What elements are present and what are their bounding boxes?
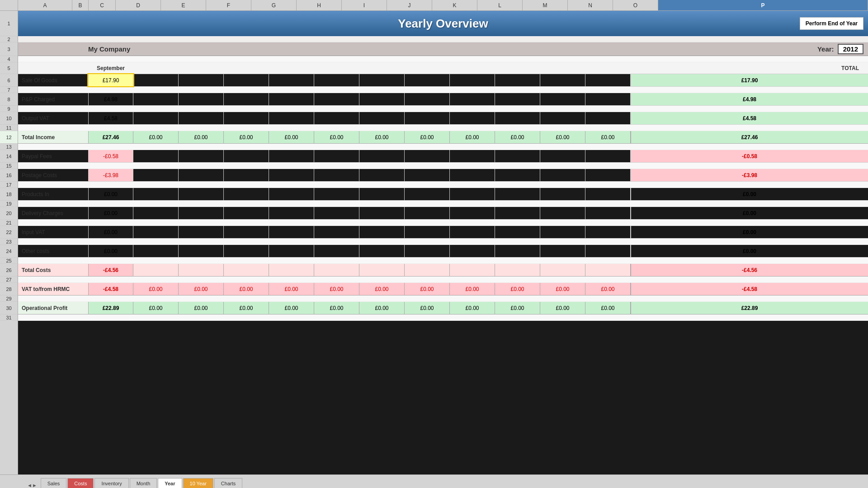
col-m[interactable]: M — [523, 0, 568, 10]
op-profit-h[interactable]: £0.00 — [269, 302, 314, 314]
total-costs-label: Total Costs — [18, 267, 88, 273]
vat-hrmc-o[interactable]: £0.00 — [585, 283, 631, 295]
sale-of-goods-j[interactable] — [359, 74, 405, 86]
vat-hrmc-sep[interactable]: -£4.58 — [88, 283, 133, 295]
prev-sheet-btn[interactable]: ◄ — [27, 483, 32, 488]
col-l[interactable]: L — [477, 0, 523, 10]
total-income-o[interactable]: £0.00 — [585, 131, 631, 143]
postage-costs-sep[interactable]: -£3.98 — [88, 169, 133, 181]
col-c[interactable]: C — [89, 0, 116, 10]
op-profit-e[interactable]: £0.00 — [133, 302, 179, 314]
col-o[interactable]: O — [613, 0, 658, 10]
products-in-sep[interactable]: £0.00 — [88, 188, 133, 200]
sale-of-goods-e[interactable] — [133, 74, 179, 86]
total-income-n[interactable]: £0.00 — [540, 131, 585, 143]
row-num-3: 3 — [0, 42, 18, 56]
op-profit-sep[interactable]: £22.89 — [88, 302, 133, 314]
col-e[interactable]: E — [161, 0, 206, 10]
paypal-fees-sep[interactable]: -£0.58 — [88, 150, 133, 162]
vat-hrmc-n[interactable]: £0.00 — [540, 283, 585, 295]
page-title: Yearly Overview — [398, 17, 488, 31]
total-income-e[interactable]: £0.00 — [133, 131, 179, 143]
row-num-1: 1 — [0, 11, 18, 36]
total-income-f[interactable]: £0.00 — [179, 131, 224, 143]
sale-of-goods-o[interactable] — [585, 74, 631, 86]
input-vat-sep[interactable]: £0.00 — [88, 226, 133, 238]
total-income-sep[interactable]: £27.46 — [88, 131, 133, 143]
sale-of-goods-f[interactable] — [179, 74, 224, 86]
vat-hrmc-e[interactable]: £0.00 — [133, 283, 179, 295]
col-h[interactable]: H — [297, 0, 342, 10]
header-banner-row: Yearly Overview Perform End of Year — [18, 11, 868, 36]
total-income-j[interactable]: £0.00 — [359, 131, 405, 143]
spacer-row-31 — [18, 314, 868, 321]
total-income-g[interactable]: £0.00 — [224, 131, 269, 143]
pnp-charged-sep-cell[interactable]: £4.98 — [88, 93, 133, 105]
op-profit-n[interactable]: £0.00 — [540, 302, 585, 314]
sale-of-goods-k[interactable] — [405, 74, 450, 86]
row-num-14: 14 — [0, 150, 18, 163]
input-vat-row: Input VAT £0.00 £0.00 — [18, 226, 868, 239]
tab-month[interactable]: Month — [130, 478, 157, 488]
col-g[interactable]: G — [251, 0, 297, 10]
total-income-k[interactable]: £0.00 — [405, 131, 450, 143]
spacer-row-2 — [18, 36, 868, 42]
op-profit-g[interactable]: £0.00 — [224, 302, 269, 314]
delivery-charges-total: £0.00 — [631, 207, 868, 219]
total-income-h[interactable]: £0.00 — [269, 131, 314, 143]
col-a[interactable]: A — [18, 0, 72, 10]
pnp-charged-row: P&P Charged £4.98 £4.98 — [18, 93, 868, 106]
vat-hrmc-i[interactable]: £0.00 — [314, 283, 359, 295]
op-profit-j[interactable]: £0.00 — [359, 302, 405, 314]
vat-hrmc-l[interactable]: £0.00 — [450, 283, 495, 295]
vat-hrmc-g[interactable]: £0.00 — [224, 283, 269, 295]
op-profit-f[interactable]: £0.00 — [179, 302, 224, 314]
sale-of-goods-g[interactable] — [224, 74, 269, 86]
vat-hrmc-m[interactable]: £0.00 — [495, 283, 540, 295]
tab-year[interactable]: Year — [158, 478, 182, 488]
sale-of-goods-m[interactable] — [495, 74, 540, 86]
col-i[interactable]: I — [342, 0, 387, 10]
op-profit-m[interactable]: £0.00 — [495, 302, 540, 314]
col-d[interactable]: D — [116, 0, 161, 10]
output-vat-sep-cell[interactable]: £4.58 — [88, 112, 133, 124]
tab-10year[interactable]: 10 Year — [183, 478, 213, 488]
total-income-l[interactable]: £0.00 — [450, 131, 495, 143]
total-income-m[interactable]: £0.00 — [495, 131, 540, 143]
sale-of-goods-n[interactable] — [540, 74, 585, 86]
col-n[interactable]: N — [568, 0, 613, 10]
tab-costs[interactable]: Costs — [67, 478, 94, 488]
tab-charts[interactable]: Charts — [214, 478, 242, 488]
col-j[interactable]: J — [387, 0, 432, 10]
spacer-row-11 — [18, 125, 868, 131]
vat-hrmc-k[interactable]: £0.00 — [405, 283, 450, 295]
op-profit-i[interactable]: £0.00 — [314, 302, 359, 314]
col-f[interactable]: F — [206, 0, 251, 10]
op-profit-k[interactable]: £0.00 — [405, 302, 450, 314]
op-profit-l[interactable]: £0.00 — [450, 302, 495, 314]
spacer-row-17 — [18, 182, 868, 188]
row-num-11: 11 — [0, 125, 18, 131]
products-in-label: Products In — [18, 191, 88, 197]
next-sheet-btn[interactable]: ► — [32, 483, 37, 488]
sale-of-goods-i[interactable] — [314, 74, 359, 86]
tab-inventory[interactable]: Inventory — [94, 478, 128, 488]
op-profit-o[interactable]: £0.00 — [585, 302, 631, 314]
sale-of-goods-sep-cell[interactable]: £17.90 — [88, 74, 133, 86]
tab-sales[interactable]: Sales — [41, 478, 67, 488]
total-income-i[interactable]: £0.00 — [314, 131, 359, 143]
vat-hrmc-f[interactable]: £0.00 — [179, 283, 224, 295]
delivery-charges-sep[interactable]: £0.00 — [88, 207, 133, 219]
total-costs-sep[interactable]: -£4.56 — [88, 264, 133, 276]
col-k[interactable]: K — [432, 0, 477, 10]
perform-end-of-year-button[interactable]: Perform End of Year — [800, 17, 863, 30]
other-costs-sep[interactable]: £0.00 — [88, 245, 133, 257]
sale-of-goods-l[interactable] — [450, 74, 495, 86]
sale-of-goods-row: Sale Of Goods £17.90 £17.90 — [18, 74, 868, 87]
col-b[interactable]: B — [72, 0, 89, 10]
spreadsheet-body: 1 2 3 4 5 6 7 8 9 10 11 12 13 14 15 16 1… — [0, 11, 868, 474]
vat-hrmc-h[interactable]: £0.00 — [269, 283, 314, 295]
sale-of-goods-h[interactable] — [269, 74, 314, 86]
vat-hrmc-j[interactable]: £0.00 — [359, 283, 405, 295]
col-p[interactable]: P — [658, 0, 868, 10]
